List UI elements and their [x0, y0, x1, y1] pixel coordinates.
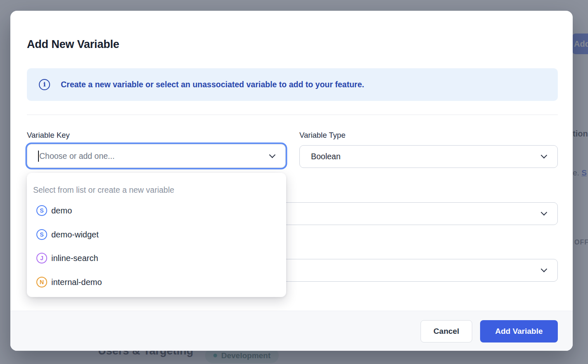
string-type-icon: S	[36, 229, 47, 240]
chevron-down-icon	[541, 266, 547, 273]
variable-key-dropdown: Select from list or create a new variabl…	[27, 173, 286, 297]
variable-key-combobox[interactable]: Choose or add one...	[27, 144, 286, 168]
dropdown-hint: Select from list or create a new variabl…	[33, 185, 174, 195]
text-cursor	[38, 151, 39, 162]
info-banner: i Create a new variable or select an una…	[27, 68, 558, 101]
info-banner-text: Create a new variable or select an unass…	[61, 80, 364, 89]
dropdown-option-inline-search[interactable]: J inline-search	[27, 247, 286, 269]
string-type-icon: S	[36, 205, 47, 216]
info-icon: i	[39, 79, 50, 90]
chevron-down-icon	[541, 152, 547, 159]
option-label: internal-demo	[51, 278, 102, 287]
cancel-button[interactable]: Cancel	[421, 320, 472, 342]
variable-key-label: Variable Key	[27, 131, 70, 140]
chevron-down-icon	[269, 151, 276, 158]
add-variable-modal: Add New Variable i Create a new variable…	[10, 11, 573, 351]
dropdown-option-internal-demo[interactable]: N internal-demo	[27, 271, 286, 293]
chevron-down-icon	[541, 209, 547, 216]
variable-type-select[interactable]: Boolean	[299, 145, 558, 168]
option-label: demo-widget	[51, 230, 99, 239]
number-type-icon: N	[36, 277, 47, 287]
modal-title: Add New Variable	[27, 38, 119, 51]
option-label: demo	[51, 206, 72, 216]
divider	[27, 115, 558, 115]
variable-type-label: Variable Type	[299, 131, 345, 140]
option-label: inline-search	[51, 254, 98, 263]
modal-footer: Cancel Add Variable	[10, 311, 573, 351]
variable-key-placeholder: Choose or add one...	[39, 151, 270, 161]
variable-type-value: Boolean	[311, 152, 542, 161]
dropdown-option-demo-widget[interactable]: S demo-widget	[27, 224, 286, 245]
dropdown-option-demo[interactable]: S demo	[27, 200, 286, 221]
json-type-icon: J	[36, 253, 47, 263]
add-variable-button[interactable]: Add Variable	[480, 320, 558, 342]
